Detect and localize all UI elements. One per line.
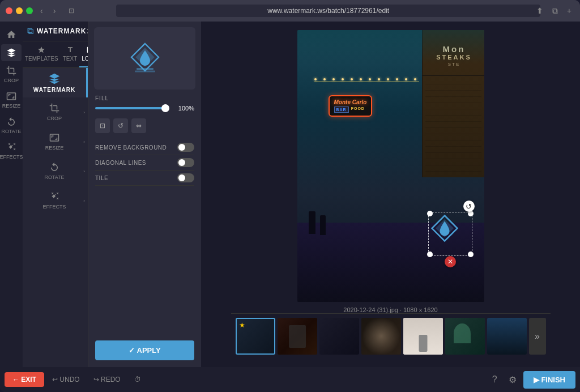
exit-button[interactable]: ← EXIT: [5, 372, 44, 387]
history-button[interactable]: ⏱: [129, 372, 147, 387]
file-info: 2020-12-24 (31).jpg · 1080 x 1620: [343, 306, 437, 313]
effects-chevron: ›: [83, 198, 85, 203]
effects-nav-item[interactable]: EFFECTS ›: [23, 186, 88, 215]
tab-text-label: TEXT: [63, 56, 78, 62]
resize-chevron: ›: [83, 139, 85, 144]
maximize-button[interactable]: [26, 7, 33, 14]
sidebar-item-home[interactable]: [1, 26, 22, 43]
fill-value: 100%: [174, 105, 194, 112]
watermark-nav-item[interactable]: WATERMARK: [23, 68, 88, 97]
rotate-logo-button[interactable]: ↺: [113, 118, 128, 133]
panel-header: ⧉ WATERMARK ✕: [23, 22, 88, 41]
main-content: CROP RESIZE ROTATE EFFECTS ⧉ WATERMARK: [0, 22, 580, 367]
watermark-drag-area[interactable]: ↺ ✕: [430, 214, 470, 254]
logo-preview: [128, 40, 162, 76]
tool-buttons: ⊡ ↺ ⇔: [88, 116, 201, 138]
tab-templates-label: TEMPLATES: [25, 56, 58, 62]
crop-logo-button[interactable]: ⊡: [95, 118, 110, 133]
corner-handle-bl[interactable]: [427, 252, 433, 257]
corner-handle-br[interactable]: [468, 252, 474, 257]
photo-canvas: Mon STEAKS STE: [297, 30, 484, 302]
thumbnail-4[interactable]: [361, 318, 401, 355]
rotate-nav-item[interactable]: ROTATE ›: [23, 156, 88, 186]
fill-slider[interactable]: [95, 107, 169, 109]
forward-button[interactable]: ›: [50, 5, 59, 16]
panel-sidebar: ⧉ WATERMARK ✕ TEMPLATES TEXT LOGO: [23, 22, 88, 367]
back-button[interactable]: ‹: [37, 5, 46, 16]
close-button[interactable]: [6, 7, 12, 14]
thumb-star-icon: ★: [239, 321, 245, 329]
help-button[interactable]: ?: [488, 372, 502, 387]
resize-nav-label: RESIZE: [45, 145, 64, 151]
minimize-button[interactable]: [16, 7, 23, 14]
svg-rect-2: [137, 68, 153, 70]
thumbnail-7[interactable]: [487, 318, 527, 355]
crop-label: CROP: [4, 78, 19, 83]
sidebar-item-effects[interactable]: EFFECTS: [1, 139, 22, 163]
tile-toggle[interactable]: [177, 173, 194, 182]
flip-logo-button[interactable]: ⇔: [131, 118, 146, 133]
watermark-nav-label: WATERMARK: [33, 87, 75, 93]
tab-templates[interactable]: TEMPLATES: [23, 41, 61, 67]
tile-label: TILE: [95, 175, 108, 181]
bottom-bar: ← EXIT ↩ UNDO ↪ REDO ⏱ ? ⚙ ▶ FINISH: [0, 367, 580, 392]
corner-handle-tl[interactable]: [427, 211, 433, 216]
sidebar-item-crop[interactable]: CROP: [1, 62, 22, 87]
option-row-diagonal: DIAGONAL LINES: [95, 155, 194, 171]
app-window: ‹ › ⊡ ⬆ ⧉ + CROP RESIZE: [0, 0, 580, 392]
redo-button[interactable]: ↪ REDO: [88, 372, 126, 387]
svg-rect-3: [135, 70, 155, 72]
share-icon[interactable]: ⬆: [534, 5, 546, 17]
undo-button[interactable]: ↩ UNDO: [46, 372, 86, 387]
delete-handle[interactable]: ✕: [445, 256, 456, 267]
effects-nav-label: EFFECTS: [42, 204, 66, 210]
watermark-selection-border: [428, 212, 472, 256]
resize-label: RESIZE: [2, 103, 21, 109]
diagonal-label: DIAGONAL LINES: [95, 160, 146, 166]
options-section: REMOVE BACKGROUND DIAGONAL LINES TILE: [88, 138, 201, 188]
thumbnail-3[interactable]: [319, 318, 359, 355]
option-row-remove-bg: REMOVE BACKGROUND: [95, 140, 194, 155]
neon-food-text: FOOD: [351, 106, 365, 113]
layers-icon: ⧉: [27, 26, 33, 36]
traffic-lights: [6, 7, 33, 14]
tab-text[interactable]: TEXT: [61, 41, 80, 67]
rotate-handle[interactable]: ↺: [463, 201, 475, 212]
neon-sign: Monte Carlo BAR FOOD: [329, 95, 373, 117]
more-thumbnails-button[interactable]: »: [529, 318, 546, 355]
fill-label: FILL: [95, 95, 194, 101]
crop-nav-item[interactable]: CROP ›: [23, 97, 88, 127]
sidebar-item-resize[interactable]: RESIZE: [1, 88, 22, 112]
remove-bg-label: REMOVE BACKGROUND: [95, 144, 167, 151]
titlebar: ‹ › ⊡ ⬆ ⧉ +: [0, 0, 580, 22]
resize-nav-item[interactable]: RESIZE ›: [23, 127, 88, 156]
thumbnail-5[interactable]: [403, 318, 443, 355]
neon-sign-line1: Monte Carlo: [334, 99, 367, 105]
fill-section: FILL 100%: [88, 95, 201, 116]
panel-tabs: TEMPLATES TEXT LOGO SIGNATURE: [23, 41, 88, 68]
neon-bar-text: BAR: [334, 106, 349, 113]
sidebar-item-watermark[interactable]: [1, 44, 22, 61]
rotate-nav-label: ROTATE: [44, 174, 64, 180]
expand-icon[interactable]: +: [564, 5, 574, 17]
thumbnail-1[interactable]: ★: [236, 318, 275, 355]
apply-button[interactable]: ✓ APPLY: [95, 340, 194, 360]
diagonal-toggle[interactable]: [177, 158, 194, 167]
titlebar-actions: ⬆ ⧉ +: [534, 5, 574, 17]
window-icon-button[interactable]: ⊡: [65, 6, 78, 16]
logo-preview-area: [94, 27, 195, 90]
url-bar[interactable]: [116, 5, 540, 17]
icon-sidebar: CROP RESIZE ROTATE EFFECTS: [0, 22, 23, 367]
sidebar-item-rotate[interactable]: ROTATE: [1, 113, 22, 138]
settings-button[interactable]: ⚙: [504, 372, 521, 387]
thumbnail-6[interactable]: [445, 318, 485, 355]
effects-label: EFFECTS: [0, 154, 23, 160]
rotate-label: ROTATE: [1, 129, 21, 134]
watermark-overlay-container[interactable]: ↺ ✕: [430, 214, 470, 254]
remove-bg-toggle[interactable]: [177, 143, 194, 152]
duplicate-icon[interactable]: ⧉: [549, 5, 561, 17]
string-lights: [314, 78, 419, 80]
finish-button[interactable]: ▶ FINISH: [523, 371, 575, 389]
thumbnail-2[interactable]: [278, 318, 317, 355]
crop-nav-label: CROP: [47, 116, 62, 121]
